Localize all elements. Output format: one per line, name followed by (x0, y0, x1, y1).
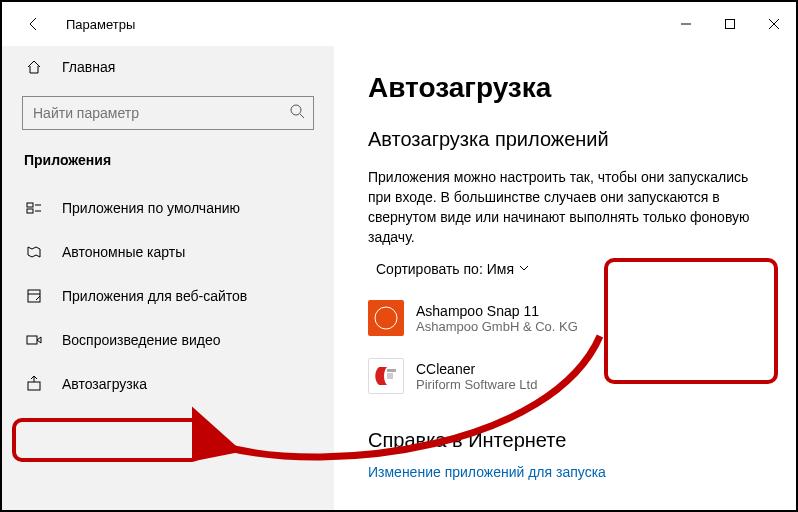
sidebar: Главная Приложения Приложения по умолчан… (2, 46, 334, 510)
window-title: Параметры (66, 17, 135, 32)
sidebar-home[interactable]: Главная (2, 48, 334, 86)
sidebar-section-label: Приложения (2, 144, 334, 186)
titlebar: Параметры (2, 2, 796, 46)
app-name: Ashampoo Snap 11 (416, 303, 606, 319)
home-icon (26, 59, 48, 75)
sidebar-item-startup[interactable]: Автозагрузка (2, 362, 334, 406)
svg-rect-10 (28, 290, 40, 302)
app-publisher: Piriform Software Ltd (416, 377, 606, 392)
app-icon-ccleaner (368, 358, 404, 394)
search-icon (289, 103, 305, 123)
sidebar-item-label: Автозагрузка (48, 376, 147, 392)
maximize-button[interactable] (708, 2, 752, 46)
app-publisher: Ashampoo GmbH & Co. KG (416, 319, 606, 334)
back-button[interactable] (20, 10, 48, 38)
chevron-down-icon (518, 261, 530, 277)
svg-rect-12 (27, 336, 37, 344)
sort-value: Имя (487, 261, 514, 277)
minimize-button[interactable] (664, 2, 708, 46)
help-link[interactable]: Изменение приложений для запуска (368, 464, 796, 480)
svg-point-4 (291, 105, 301, 115)
svg-rect-6 (27, 203, 33, 207)
video-icon (26, 332, 48, 348)
sidebar-item-offline-maps[interactable]: Автономные карты (2, 230, 334, 274)
sidebar-item-default-apps[interactable]: Приложения по умолчанию (2, 186, 334, 230)
search-input-wrap[interactable] (22, 96, 314, 130)
svg-line-5 (300, 114, 304, 118)
sidebar-home-label: Главная (48, 59, 115, 75)
sidebar-item-web-apps[interactable]: Приложения для веб-сайтов (2, 274, 334, 318)
svg-rect-7 (27, 209, 33, 213)
sidebar-item-label: Приложения для веб-сайтов (48, 288, 247, 304)
app-name: CCleaner (416, 361, 606, 377)
svg-rect-16 (387, 369, 396, 372)
app-icon-ashampoo (368, 300, 404, 336)
sort-label: Сортировать по: (376, 261, 483, 277)
svg-point-15 (375, 307, 397, 329)
web-apps-icon (26, 288, 48, 304)
sidebar-item-label: Приложения по умолчанию (48, 200, 240, 216)
app-row: Ashampoo Snap 11 Ashampoo GmbH & Co. KG (368, 291, 796, 345)
section-subtitle: Автозагрузка приложений (368, 128, 796, 151)
main-content: Автозагрузка Автозагрузка приложений При… (334, 46, 796, 510)
close-button[interactable] (752, 2, 796, 46)
sort-row[interactable]: Сортировать по: Имя (368, 261, 796, 277)
map-icon (26, 244, 48, 260)
svg-rect-1 (726, 20, 735, 29)
help-title: Справка в Интернете (368, 429, 796, 452)
svg-rect-17 (387, 373, 393, 379)
sidebar-item-label: Воспроизведение видео (48, 332, 220, 348)
default-apps-icon (26, 200, 48, 216)
search-input[interactable] (33, 105, 289, 121)
svg-rect-13 (28, 382, 40, 390)
app-row: CCleaner Piriform Software Ltd (368, 349, 796, 403)
startup-icon (26, 376, 48, 392)
sidebar-item-video[interactable]: Воспроизведение видео (2, 318, 334, 362)
sidebar-item-label: Автономные карты (48, 244, 185, 260)
page-title: Автозагрузка (368, 72, 796, 104)
section-description: Приложения можно настроить так, чтобы он… (368, 167, 768, 247)
